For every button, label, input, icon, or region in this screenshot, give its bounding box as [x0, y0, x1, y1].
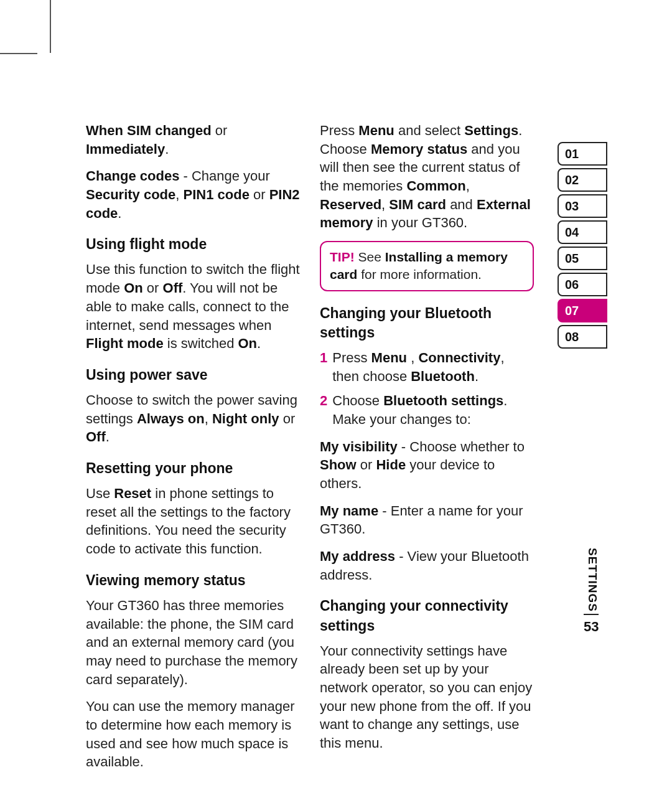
para-memory-1: Your GT360 has three memories available:…	[86, 596, 300, 689]
content-columns: When SIM changed or Immediately. Change …	[86, 121, 534, 780]
chapter-tabs: 0102030405060708	[558, 142, 607, 351]
section-separator	[584, 614, 599, 615]
chapter-tab-04[interactable]: 04	[558, 220, 607, 244]
tip-box: TIP! See Installing a memory card for mo…	[320, 241, 534, 291]
para-flight-mode: Use this function to switch the flight m…	[86, 260, 300, 352]
chapter-tab-07[interactable]: 07	[558, 299, 607, 322]
chapter-tab-05[interactable]: 05	[558, 247, 607, 270]
list-item-number: 1	[320, 349, 327, 385]
crop-mark-vertical	[50, 0, 51, 53]
list-item-text: Press Menu , Connectivity, then choose B…	[332, 349, 534, 385]
page-number: 53	[584, 619, 599, 635]
heading-bluetooth: Changing your Bluetooth settings	[320, 304, 534, 342]
column-left: When SIM changed or Immediately. Change …	[86, 121, 300, 780]
chapter-tab-03[interactable]: 03	[558, 194, 607, 218]
list-item-number: 2	[320, 392, 327, 428]
chapter-tab-08[interactable]: 08	[558, 325, 607, 349]
list-item: 2Choose Bluetooth settings. Make your ch…	[320, 392, 534, 428]
chapter-tab-01[interactable]: 01	[558, 142, 607, 166]
para-reset: Use Reset in phone settings to reset all…	[86, 484, 300, 558]
para-change-codes: Change codes - Change your Security code…	[86, 167, 300, 222]
para-my-visibility: My visibility - Choose whether to Show o…	[320, 438, 534, 493]
heading-power-save: Using power save	[86, 365, 300, 385]
heading-reset: Resetting your phone	[86, 459, 300, 478]
para-connectivity: Your connectivity settings have already …	[320, 642, 534, 753]
crop-mark-horizontal	[0, 53, 37, 54]
heading-memory-status: Viewing memory status	[86, 571, 300, 590]
heading-connectivity: Changing your connectivity settings	[320, 596, 534, 635]
heading-flight-mode: Using flight mode	[86, 235, 300, 254]
chapter-tab-02[interactable]: 02	[558, 168, 607, 192]
para-my-name: My name - Enter a name for your GT360.	[320, 502, 534, 538]
tip-body: See Installing a memory card for more in…	[330, 250, 508, 281]
para-mem-status-steps: Press Menu and select Settings. Choose M…	[320, 121, 534, 232]
section-label: SETTINGS	[586, 548, 599, 612]
para-memory-2: You can use the memory manager to determ…	[86, 697, 300, 771]
column-right: Press Menu and select Settings. Choose M…	[320, 121, 534, 780]
tip-label: TIP!	[330, 250, 355, 264]
para-power-save: Choose to switch the power saving settin…	[86, 391, 300, 446]
list-item-text: Choose Bluetooth settings. Make your cha…	[332, 392, 534, 428]
para-my-address: My address - View your Bluetooth address…	[320, 547, 534, 584]
list-item: 1Press Menu , Connectivity, then choose …	[320, 349, 534, 385]
bluetooth-steps: 1Press Menu , Connectivity, then choose …	[320, 349, 534, 429]
para-sim-changed: When SIM changed or Immediately.	[86, 121, 300, 158]
chapter-tab-06[interactable]: 06	[558, 273, 607, 296]
manual-page: When SIM changed or Immediately. Change …	[0, 0, 672, 785]
